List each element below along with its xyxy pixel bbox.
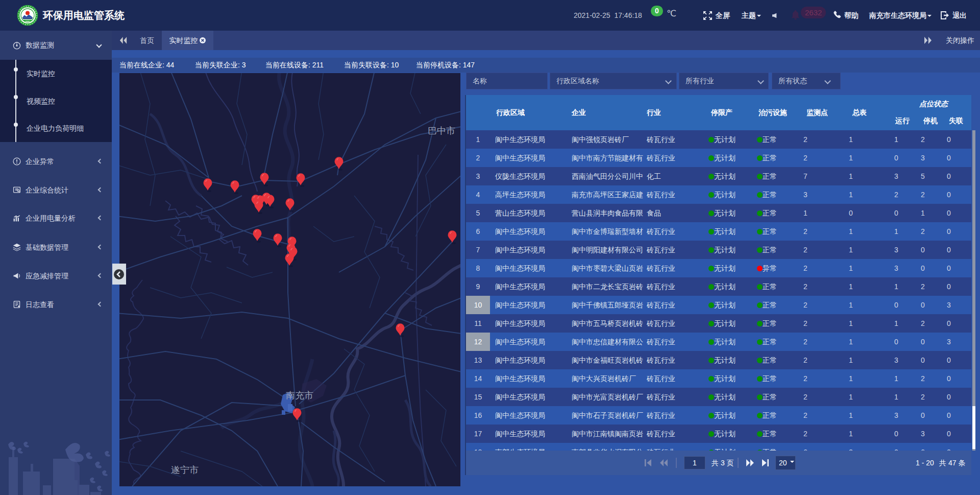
svg-text:巴中市: 巴中市 (428, 126, 455, 136)
svg-text:南充市: 南充市 (286, 390, 313, 400)
svg-text:遂宁市: 遂宁市 (171, 465, 199, 475)
